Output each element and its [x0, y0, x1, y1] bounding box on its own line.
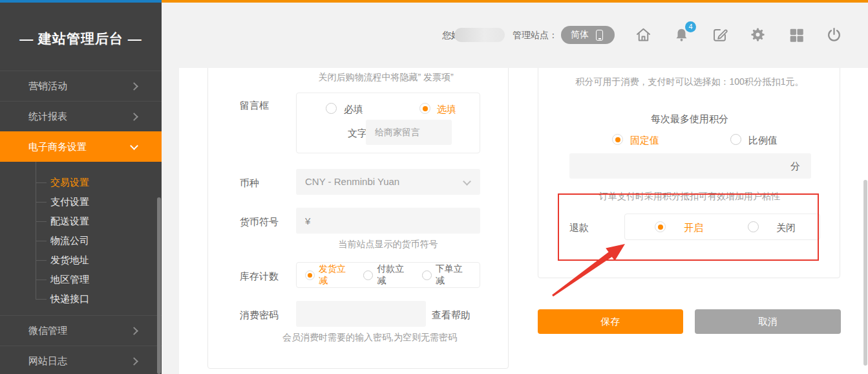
sidebar-item-label: 电子商务设置	[28, 141, 87, 153]
currency-symbol-label: 货币符号	[240, 216, 279, 228]
notification-badge: 4	[685, 21, 696, 32]
gear-icon[interactable]	[749, 26, 767, 43]
currency-select[interactable]: CNY - Renminbi Yuan	[296, 169, 480, 195]
radio-stock-order[interactable]: 下单立减	[422, 263, 471, 287]
submenu-item-payment-settings[interactable]: 支付设置	[0, 192, 162, 212]
sidebar-scrollbar[interactable]	[157, 197, 161, 374]
sidebar-item-marketing[interactable]: 营销活动	[0, 71, 162, 101]
consume-password-note: 会员消费时需要的输入密码,为空则无需密码	[234, 332, 505, 344]
ecommerce-submenu: 交易设置 支付设置 配送设置 物流公司 发货地址 地区管理 快递接口	[0, 162, 162, 315]
stock-count-group: 发货立减 付款立减 下单立减	[296, 262, 480, 288]
home-icon[interactable]	[635, 26, 652, 43]
power-icon[interactable]	[825, 26, 843, 43]
consume-password-input[interactable]	[296, 301, 426, 327]
radio-stock-order-label: 下单立减	[436, 263, 471, 287]
points-unit-suffix: 分	[790, 153, 800, 179]
max-points-input[interactable]: 分	[569, 153, 811, 179]
save-button[interactable]: 保存	[538, 309, 683, 334]
points-note: 积分可用于消费，支付时可以选择如：100积分抵扣1元。	[538, 76, 841, 88]
submenu-item-trade-settings[interactable]: 交易设置	[0, 173, 162, 192]
view-help-link[interactable]: 查看帮助	[432, 309, 471, 322]
apps-grid-icon[interactable]	[787, 26, 805, 43]
sidebar-item-ecommerce[interactable]: 电子商务设置	[0, 131, 162, 162]
sidebar-item-label: 营销活动	[28, 80, 67, 93]
radio-message-optional-label[interactable]: 选填	[437, 104, 456, 116]
sidebar-item-wechat[interactable]: 微信管理	[0, 315, 162, 346]
radio-stock-ship-label: 发货立减	[319, 263, 354, 287]
submenu-item-express-interface[interactable]: 快递接口	[0, 289, 162, 309]
stock-count-label: 库存计数	[240, 270, 279, 283]
radio-stock-pay[interactable]: 付款立减	[363, 263, 412, 287]
radio-fixed-value[interactable]	[612, 134, 623, 145]
username-redacted	[454, 28, 505, 42]
sidebar-item-site-log[interactable]: 网站日志	[0, 346, 162, 374]
message-text-input[interactable]	[366, 120, 452, 145]
sidebar-item-label: 统计报表	[28, 111, 67, 123]
page-scrollbar[interactable]	[863, 180, 867, 366]
currency-label: 币种	[240, 177, 259, 190]
sidebar-item-label: 网站日志	[28, 355, 67, 368]
chevron-down-icon	[130, 142, 138, 150]
refund-group: 开启 关闭	[624, 214, 820, 240]
radio-stock-ship[interactable]: 发货立减	[305, 263, 354, 287]
radio-message-optional[interactable]	[419, 103, 430, 114]
submenu-item-shipping-address[interactable]: 发货地址	[0, 250, 162, 270]
radio-circle	[363, 270, 373, 280]
language-pill-label: 简体	[571, 29, 589, 41]
cancel-button[interactable]: 取消	[695, 309, 841, 334]
language-site-pill[interactable]: 简体	[561, 26, 615, 44]
chevron-right-icon	[130, 113, 138, 121]
mobile-icon	[596, 30, 603, 41]
message-box-group: 必填 选填 文字修改	[296, 93, 480, 153]
chevron-right-icon	[130, 327, 138, 335]
currency-symbol-note: 当前站点显示的货币符号	[296, 239, 480, 250]
sidebar-item-reports[interactable]: 统计报表	[0, 101, 162, 131]
radio-refund-off[interactable]	[748, 221, 759, 232]
max-points-title: 每次最多使用积分	[538, 113, 841, 126]
sidebar-item-label: 微信管理	[28, 325, 67, 337]
radio-ratio-value-label[interactable]: 比例值	[748, 135, 778, 147]
radio-ratio-value[interactable]	[730, 134, 741, 145]
radio-message-required-label[interactable]: 必填	[344, 104, 363, 116]
trade-settings-card: 关闭后购物流程中将隐藏” 发票项” 留言框 必填 选填 文字修改 币种 CNY …	[207, 68, 509, 369]
chevron-down-icon	[463, 177, 471, 186]
managed-site-label: 管理站点：	[513, 30, 558, 41]
currency-select-value: CNY - Renminbi Yuan	[305, 176, 399, 187]
points-settings-card: 积分可用于消费，支付时可以选择如：100积分抵扣1元。 每次最多使用积分 固定值…	[538, 68, 840, 278]
radio-refund-off-label[interactable]: 关闭	[776, 222, 796, 234]
radio-circle	[422, 270, 432, 280]
radio-fixed-value-label[interactable]: 固定值	[630, 135, 659, 147]
submenu-item-logistics-company[interactable]: 物流公司	[0, 231, 162, 250]
deduct-note: 订单支付时采用积分抵扣可有效增加用户粘性	[538, 191, 841, 203]
admin-page: — 建站管理后台 — 营销活动 统计报表 电子商务设置 交易设置 支付设置 配送…	[0, 0, 868, 374]
topbar-orange-accent	[162, 0, 868, 3]
refund-label: 退款	[569, 222, 589, 234]
consume-password-label: 消费密码	[240, 309, 279, 322]
invoice-note: 关闭后购物流程中将隐藏” 发票项”	[282, 72, 489, 83]
app-logo: — 建站管理后台 —	[0, 3, 162, 71]
radio-stock-pay-label: 付款立减	[377, 263, 412, 287]
message-box-label: 留言框	[240, 100, 269, 112]
sidebar: — 建站管理后台 — 营销活动 统计报表 电子商务设置 交易设置 支付设置 配送…	[0, 3, 162, 374]
submenu-item-region-management[interactable]: 地区管理	[0, 270, 162, 289]
radio-message-required[interactable]	[326, 103, 337, 114]
radio-circle	[305, 270, 315, 280]
edit-icon[interactable]	[711, 26, 728, 43]
currency-symbol-input[interactable]	[296, 208, 480, 234]
chevron-right-icon	[130, 357, 138, 366]
radio-refund-on[interactable]	[655, 221, 666, 232]
main-content: 关闭后购物流程中将隐藏” 发票项” 留言框 必填 选填 文字修改 币种 CNY …	[179, 68, 868, 374]
submenu-item-delivery-settings[interactable]: 配送设置	[0, 212, 162, 231]
chevron-right-icon	[130, 82, 138, 91]
radio-refund-on-label[interactable]: 开启	[684, 222, 703, 234]
